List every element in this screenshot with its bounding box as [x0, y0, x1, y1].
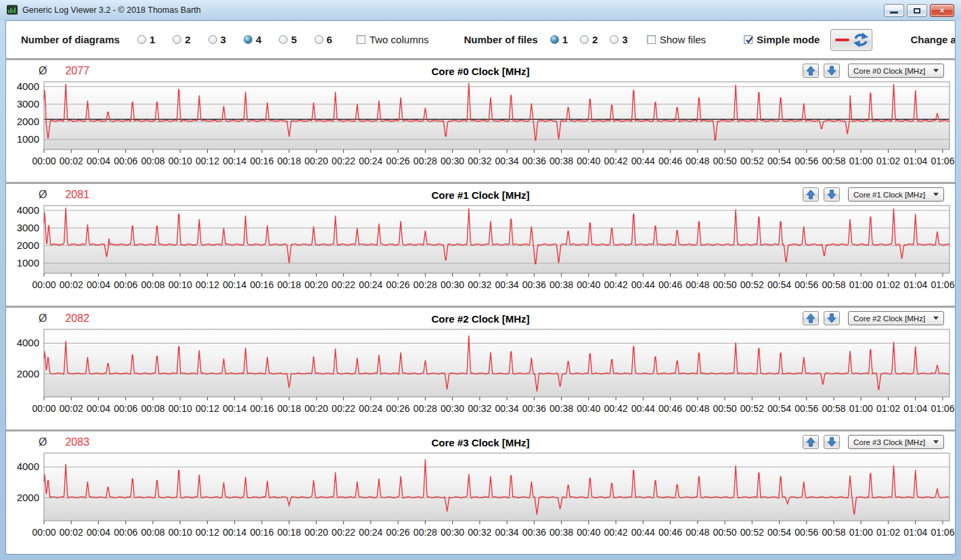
y-axis-label: 4000 [17, 461, 39, 472]
x-axis-label: 00:22 [332, 156, 355, 166]
x-axis-label: 00:04 [87, 156, 110, 166]
x-axis-label: 00:12 [196, 156, 219, 166]
radio-diagrams-2-circle[interactable] [173, 35, 181, 44]
chart-canvas-3[interactable]: 2000400000:0000:0200:0400:0600:0800:1000… [6, 450, 956, 551]
x-axis-label: 01:02 [876, 156, 900, 166]
window-title: Generic Log Viewer 3.2 - © 2018 Thomas B… [22, 5, 201, 15]
x-axis-label: 00:54 [767, 156, 791, 166]
radio-diagrams-2[interactable]: 2 [173, 34, 190, 45]
radio-files-1-label: 1 [562, 34, 568, 45]
x-axis-label: 00:54 [767, 403, 791, 414]
x-axis-label: 00:02 [60, 156, 83, 166]
x-axis-label: 00:36 [522, 156, 546, 166]
show-files-checkbox-box[interactable] [647, 35, 656, 44]
maximize-button[interactable] [907, 4, 927, 17]
signal-select-dropdown[interactable]: Core #2 Clock [MHz] [848, 311, 944, 325]
y-axis-label: 2000 [17, 239, 39, 251]
x-axis-label: 00:52 [740, 527, 764, 538]
radio-files-2[interactable]: 2 [580, 34, 598, 45]
x-axis-label: 00:46 [658, 156, 682, 166]
x-axis-label: 00:38 [550, 527, 573, 538]
simple-mode-checkbox-box[interactable] [744, 35, 753, 44]
show-files-checkbox[interactable]: Show files [647, 34, 706, 45]
x-axis-label: 00:50 [713, 527, 736, 538]
x-axis-label: 00:22 [332, 279, 355, 290]
x-axis-label: 00:00 [32, 279, 55, 290]
x-axis-label: 00:48 [686, 279, 709, 290]
x-axis-label: 00:10 [169, 279, 192, 290]
x-axis-label: 00:42 [604, 403, 628, 414]
x-axis-label: 00:04 [87, 279, 110, 290]
radio-diagrams-4[interactable]: 4 [244, 34, 261, 45]
minimize-button[interactable] [884, 4, 904, 17]
x-axis-label: 00:12 [196, 527, 219, 538]
x-axis-label: 00:14 [223, 279, 246, 290]
x-axis-label: 00:36 [522, 403, 546, 414]
radio-diagrams-1-circle[interactable] [137, 35, 146, 44]
x-axis-label: 00:06 [114, 156, 137, 166]
radio-diagrams-6-circle[interactable] [315, 35, 323, 44]
simple-mode-checkbox[interactable]: Simple mode [744, 34, 820, 45]
signal-select-dropdown[interactable]: Core #0 Clock [MHz] [848, 64, 944, 78]
average-symbol: Ø [39, 312, 47, 325]
average-display: Ø2077 [39, 65, 89, 77]
radio-diagrams-3-label: 3 [221, 34, 226, 45]
move-chart-down-button[interactable] [824, 311, 840, 325]
radio-files-2-label: 2 [592, 34, 598, 45]
x-axis-label: 00:30 [441, 403, 464, 414]
move-chart-down-button[interactable] [824, 64, 840, 78]
x-axis-label: 00:16 [250, 527, 273, 538]
x-axis-label: 00:34 [495, 156, 519, 166]
x-axis-label: 00:54 [767, 527, 791, 538]
toolbar: Number of diagrams 123456 Two columns Nu… [6, 21, 955, 58]
y-axis-label: 2000 [17, 368, 39, 379]
x-axis-label: 00:50 [713, 279, 736, 290]
radio-diagrams-5-circle[interactable] [279, 35, 288, 44]
signal-select-dropdown[interactable]: Core #3 Clock [MHz] [848, 435, 944, 449]
move-chart-down-button[interactable] [824, 187, 840, 202]
x-axis-label: 00:42 [604, 527, 628, 538]
radio-files-1-circle[interactable] [550, 35, 559, 44]
two-columns-checkbox-box[interactable] [357, 35, 365, 44]
chart-canvas-1[interactable]: 100020003000400000:0000:0200:0400:0600:0… [6, 203, 956, 303]
x-axis-label: 00:14 [223, 527, 246, 538]
radio-files-2-circle[interactable] [580, 35, 589, 44]
average-symbol: Ø [39, 65, 47, 77]
move-chart-up-button[interactable] [803, 187, 819, 202]
radio-diagrams-3[interactable]: 3 [208, 34, 226, 45]
move-chart-down-button[interactable] [824, 435, 840, 449]
x-axis-label: 00:24 [359, 403, 382, 414]
x-axis-label: 00:28 [414, 156, 437, 166]
move-chart-up-button[interactable] [803, 311, 819, 325]
x-axis-label: 00:38 [550, 279, 573, 290]
line-style-refresh-button[interactable] [830, 29, 872, 51]
radio-diagrams-1[interactable]: 1 [137, 34, 155, 45]
y-axis-label: 4000 [17, 80, 39, 92]
move-chart-up-button[interactable] [803, 64, 819, 78]
move-chart-up-button[interactable] [803, 435, 819, 449]
radio-diagrams-3-circle[interactable] [208, 35, 217, 44]
signal-select-value: Core #1 Clock [MHz] [853, 191, 933, 199]
x-axis-label: 00:04 [87, 527, 110, 538]
radio-files-1[interactable]: 1 [550, 34, 568, 45]
x-axis-label: 01:04 [903, 279, 927, 290]
radio-files-3-circle[interactable] [610, 35, 619, 44]
down-arrow-icon [826, 189, 838, 200]
average-value: 2083 [65, 436, 89, 448]
x-axis-label: 00:08 [141, 279, 164, 290]
signal-select-dropdown[interactable]: Core #1 Clock [MHz] [848, 187, 944, 202]
x-axis-label: 00:06 [114, 403, 137, 414]
x-axis-label: 00:02 [60, 527, 83, 538]
radio-diagrams-6[interactable]: 6 [315, 34, 332, 45]
radio-files-3[interactable]: 3 [610, 34, 627, 45]
close-button[interactable]: × [930, 4, 954, 17]
x-axis-label: 01:02 [876, 279, 900, 290]
chart-canvas-2[interactable]: 2000400000:0000:0200:0400:0600:0800:1000… [6, 327, 956, 427]
x-axis-label: 00:44 [631, 403, 655, 414]
radio-diagrams-5[interactable]: 5 [279, 34, 296, 45]
chevron-down-icon [933, 440, 939, 444]
chart-canvas-0[interactable]: 100020003000400000:0000:0200:0400:0600:0… [6, 79, 956, 179]
radio-diagrams-4-circle[interactable] [244, 35, 252, 44]
show-files-label: Show files [660, 34, 706, 45]
two-columns-checkbox[interactable]: Two columns [357, 34, 429, 45]
